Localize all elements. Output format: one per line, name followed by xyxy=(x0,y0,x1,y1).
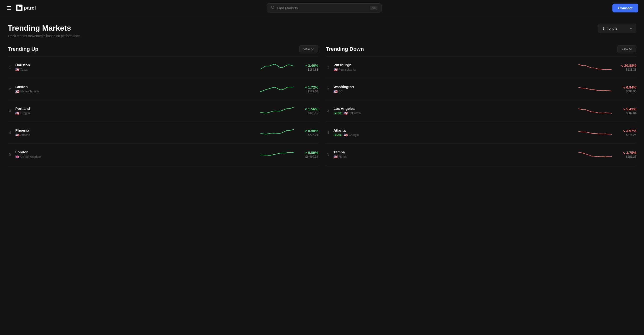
market-name: Portland xyxy=(15,106,258,110)
rank: 1 xyxy=(8,65,12,69)
list-item[interactable]: 3 Portland 🇺🇸 Oregon xyxy=(8,100,318,122)
market-info: Portland 🇺🇸 Oregon xyxy=(15,106,258,115)
state-label: Arizona xyxy=(20,133,30,137)
metric: 3.97% $275.25 xyxy=(615,129,636,137)
trending-up-title: Trending Up xyxy=(8,46,38,52)
list-item[interactable]: 1 Pittsburgh 🇺🇸 Pennsylvania xyxy=(326,56,636,78)
market-name: London xyxy=(15,150,258,154)
trending-down-list: 1 Pittsburgh 🇺🇸 Pennsylvania xyxy=(326,56,636,165)
chart-area xyxy=(260,148,294,161)
metric-price: $180.88 xyxy=(297,68,318,71)
header-left: parcl xyxy=(6,4,36,11)
flag-icon: 🇺🇸 xyxy=(334,155,338,159)
time-filter-dropdown[interactable]: 3 months ▾ xyxy=(598,24,636,33)
market-location: 🇺🇸 Texas xyxy=(15,68,258,72)
metric-price: $275.25 xyxy=(615,133,636,137)
state-label: Massachusetts xyxy=(20,90,40,93)
market-location: LIVE 🇺🇸 Georgia xyxy=(334,133,576,137)
market-location: 🇺🇸 Florida xyxy=(334,155,576,159)
svg-rect-1 xyxy=(20,7,21,10)
logo-text: parcl xyxy=(24,5,36,11)
arrow-up-icon xyxy=(304,150,307,154)
arrow-down-icon xyxy=(622,129,625,133)
page-title: Trending Markets xyxy=(8,24,80,32)
metric-price: $133.33 xyxy=(615,68,636,71)
list-item[interactable]: 5 Tampa 🇺🇸 Florida xyxy=(326,144,636,165)
sparkline-chart xyxy=(578,126,612,138)
metric: 5.43% $602.84 xyxy=(615,107,636,115)
metric-percent: 3.75% xyxy=(615,150,636,154)
rank: 5 xyxy=(326,152,330,156)
rank: 4 xyxy=(326,131,330,134)
market-name: Pittsburgh xyxy=(334,63,576,67)
menu-icon[interactable] xyxy=(6,5,12,10)
search-bar[interactable]: ⌘K xyxy=(267,3,382,12)
rank: 1 xyxy=(326,65,330,69)
search-input[interactable] xyxy=(277,6,368,10)
flag-icon: 🇬🇧 xyxy=(15,155,20,159)
svg-point-2 xyxy=(271,6,274,8)
trending-down-view-all-button[interactable]: View All xyxy=(618,46,636,52)
arrow-down-icon xyxy=(622,150,625,154)
metric-price: $503.95 xyxy=(615,90,636,93)
market-location: 🇺🇸 Massachusetts xyxy=(15,90,258,93)
arrow-up-icon xyxy=(304,85,307,89)
market-name: Tampa xyxy=(334,150,576,154)
flag-icon: 🇺🇸 xyxy=(334,68,338,72)
chart-area xyxy=(260,61,294,74)
sparkline-chart xyxy=(578,82,612,94)
chart-area xyxy=(578,82,612,96)
metric-price: £6,499.34 xyxy=(297,155,318,158)
arrow-up-icon xyxy=(304,64,307,68)
market-info: Atlanta LIVE 🇺🇸 Georgia xyxy=(334,128,576,137)
market-info: Tampa 🇺🇸 Florida xyxy=(334,150,576,159)
metric-percent: 6.94% xyxy=(615,85,636,89)
logo-icon xyxy=(16,4,22,11)
arrow-up-icon xyxy=(304,107,307,111)
metric: 6.94% $503.95 xyxy=(615,85,636,93)
sparkline-chart xyxy=(260,61,294,73)
market-location: 🇺🇸 DC xyxy=(334,90,576,93)
market-location: 🇺🇸 Arizona xyxy=(15,133,258,137)
market-info: Los Angeles LIVE 🇺🇸 California xyxy=(334,106,576,115)
metric-price: $602.84 xyxy=(615,112,636,115)
list-item[interactable]: 5 London 🇬🇧 United Kingdom xyxy=(8,144,318,165)
logo: parcl xyxy=(16,4,36,11)
trending-up-header: Trending Up View All xyxy=(8,46,318,52)
rank: 3 xyxy=(326,109,330,113)
chart-area xyxy=(578,104,612,117)
metric-percent: 5.43% xyxy=(615,107,636,111)
state-label: Florida xyxy=(338,155,347,158)
chart-area xyxy=(578,61,612,74)
metric-price: $281.23 xyxy=(615,155,636,158)
market-info: London 🇬🇧 United Kingdom xyxy=(15,150,258,159)
list-item[interactable]: 4 Phoenix 🇺🇸 Arizona xyxy=(8,122,318,144)
main-content: Trending Markets Track market movements … xyxy=(0,16,644,173)
rank: 3 xyxy=(8,109,12,113)
rank: 4 xyxy=(8,131,12,134)
search-shortcut: ⌘K xyxy=(370,6,378,10)
list-item[interactable]: 2 Washington 🇺🇸 DC xyxy=(326,78,636,100)
metric-price: $276.24 xyxy=(297,133,318,137)
live-badge: LIVE xyxy=(334,134,342,136)
list-item[interactable]: 1 Houston 🇺🇸 Texas xyxy=(8,56,318,78)
time-filter-label: 3 months xyxy=(602,26,618,30)
connect-button[interactable]: Connect xyxy=(612,4,638,12)
market-location: LIVE 🇺🇸 California xyxy=(334,111,576,115)
state-label: DC xyxy=(338,90,342,93)
metric: 2.46% $180.88 xyxy=(297,64,318,71)
sparkline-chart xyxy=(260,82,294,94)
state-label: Oregon xyxy=(20,112,30,115)
list-item[interactable]: 3 Los Angeles LIVE 🇺🇸 California xyxy=(326,100,636,122)
state-label: Texas xyxy=(20,68,28,71)
arrow-up-icon xyxy=(304,129,307,133)
flag-icon: 🇺🇸 xyxy=(15,133,20,137)
market-info: Boston 🇺🇸 Massachusetts xyxy=(15,85,258,93)
list-item[interactable]: 4 Atlanta LIVE 🇺🇸 Georgia xyxy=(326,122,636,144)
arrow-down-icon xyxy=(620,64,623,68)
metric-percent: 20.88% xyxy=(615,64,636,68)
metric: 0.89% £6,499.34 xyxy=(297,150,318,158)
trending-up-view-all-button[interactable]: View All xyxy=(299,46,318,52)
trending-down-column: Trending Down View All 1 Pittsburgh 🇺🇸 P… xyxy=(326,46,636,165)
list-item[interactable]: 2 Boston 🇺🇸 Massachusetts xyxy=(8,78,318,100)
